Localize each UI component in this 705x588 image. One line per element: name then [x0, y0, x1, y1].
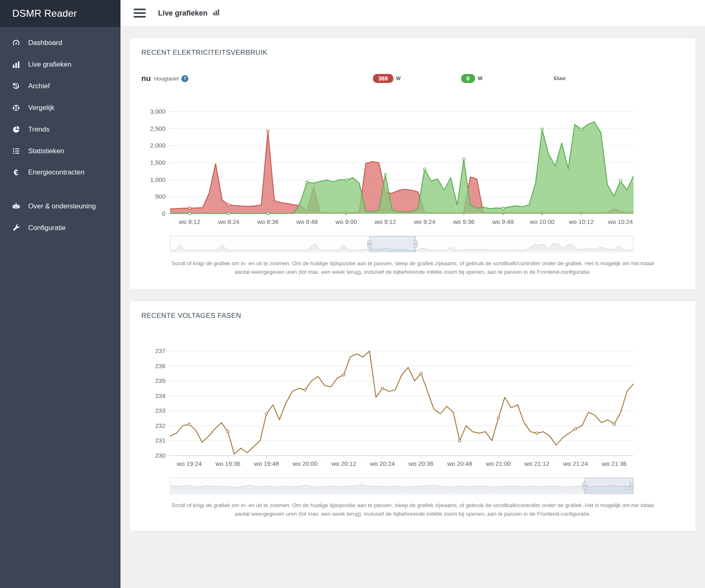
- sidebar-item-archief[interactable]: Archief: [0, 75, 120, 97]
- sidebar-item-live-grafieken[interactable]: Live grafieken: [0, 54, 120, 75]
- sidebar-item-label: Archief: [28, 82, 50, 90]
- scales-icon: [11, 103, 21, 112]
- chart-help-caption: Scroll of knijp de grafiek om in- en uit…: [169, 259, 657, 277]
- svg-text:wo 10:00: wo 10:00: [529, 218, 555, 225]
- svg-text:233: 233: [155, 407, 165, 414]
- svg-text:wo 9:36: wo 9:36: [453, 218, 475, 225]
- svg-text:wo 8:36: wo 8:36: [257, 218, 279, 225]
- svg-text:wo 8:12: wo 8:12: [178, 218, 201, 225]
- return-unit: W: [478, 76, 482, 81]
- gauge-icon: [11, 38, 21, 47]
- help-icon[interactable]: ?: [181, 75, 188, 82]
- cost-unit: €/uur: [554, 76, 566, 81]
- sidebar-item-dashboard[interactable]: Dashboard: [0, 32, 120, 54]
- sidebar-item-label: Energiecontracten: [28, 168, 85, 177]
- svg-text:wo 10:24: wo 10:24: [608, 218, 633, 225]
- sidebar-item-statistieken[interactable]: Statistieken: [0, 140, 120, 162]
- topbar: Live grafieken: [120, 0, 705, 26]
- svg-text:wo 20:00: wo 20:00: [292, 460, 318, 467]
- sidebar-item-label: Live grafieken: [28, 60, 71, 69]
- sidebar-item-label: Vergelijk: [28, 104, 54, 112]
- svg-text:wo 20:36: wo 20:36: [408, 460, 433, 467]
- list-icon: [11, 147, 21, 155]
- electricity-chart-area: 05001,0001,5002,0002,5003,000wo 8:12wo 8…: [141, 107, 684, 252]
- svg-text:wo 9:48: wo 9:48: [492, 218, 514, 225]
- svg-text:2,500: 2,500: [150, 125, 165, 132]
- app-title: DSMR Reader: [0, 0, 120, 27]
- menu-toggle-icon[interactable]: [133, 7, 147, 19]
- voltage-chart-area: 230231232233234235236237wo 19:24wo 19:36…: [141, 346, 684, 494]
- svg-text:wo 20:12: wo 20:12: [331, 460, 356, 467]
- sidebar-item-over-ondersteuning[interactable]: Over & ondersteuning: [0, 195, 120, 217]
- svg-text:3,000: 3,000: [150, 108, 165, 115]
- cost-unit-group: €/uur: [551, 76, 566, 81]
- card-recent-voltages: RECENTE VOLTAGES FASEN 23023123223323423…: [129, 301, 696, 531]
- electricity-chart-navigator[interactable]: [170, 236, 634, 252]
- svg-text:0: 0: [162, 210, 165, 217]
- wrench-icon: [11, 224, 21, 232]
- sidebar-item-label: Over & ondersteuning: [28, 202, 96, 210]
- sidebar: DSMR Reader Dashboard Live grafieken Arc…: [0, 0, 120, 588]
- svg-text:232: 232: [155, 422, 165, 429]
- sidebar-item-trends[interactable]: Trends: [0, 118, 120, 140]
- bar-chart-icon: [11, 60, 21, 69]
- card-title: RECENTE VOLTAGES FASEN: [141, 312, 684, 320]
- svg-text:wo 8:24: wo 8:24: [218, 218, 240, 225]
- svg-text:wo 10:12: wo 10:12: [569, 218, 594, 225]
- page-title: Live grafieken: [158, 8, 220, 18]
- svg-text:235: 235: [155, 377, 165, 384]
- bar-chart-icon: [212, 8, 220, 18]
- svg-text:wo 9:12: wo 9:12: [374, 218, 396, 225]
- svg-text:wo 21:00: wo 21:00: [486, 460, 511, 467]
- svg-text:wo 19:48: wo 19:48: [254, 460, 279, 467]
- svg-text:1,000: 1,000: [150, 176, 165, 183]
- return-badge: 0: [461, 74, 475, 83]
- electricity-chart[interactable]: 05001,0001,5002,0002,5003,000wo 8:12wo 8…: [141, 107, 638, 228]
- pie-chart-icon: [11, 125, 21, 134]
- sidebar-item-label: Dashboard: [28, 39, 62, 47]
- app-root: DSMR Reader Dashboard Live grafieken Arc…: [0, 0, 705, 588]
- sidebar-item-energiecontracten[interactable]: € Energiecontracten: [0, 162, 120, 183]
- svg-text:wo 19:24: wo 19:24: [176, 460, 202, 467]
- voltage-chart[interactable]: 230231232233234235236237wo 19:24wo 19:36…: [141, 346, 638, 470]
- svg-text:237: 237: [155, 347, 165, 354]
- svg-text:wo 21:24: wo 21:24: [563, 460, 588, 467]
- sidebar-item-vergelijk[interactable]: Vergelijk: [0, 97, 120, 118]
- svg-text:wo 8:48: wo 8:48: [296, 218, 318, 225]
- usage-unit: W: [396, 76, 401, 81]
- return-badge-group: 0 W: [461, 74, 482, 83]
- svg-text:2,000: 2,000: [150, 142, 165, 149]
- svg-text:236: 236: [155, 362, 165, 369]
- content: RECENT ELEKTRICITEITSVERBRUIK nu Hoogtar…: [120, 26, 705, 551]
- chart-help-caption: Scroll of knijp de grafiek om in- en uit…: [169, 501, 657, 519]
- svg-text:230: 230: [155, 452, 165, 459]
- history-icon: [11, 82, 21, 90]
- card-recent-electricity: RECENT ELEKTRICITEITSVERBRUIK nu Hoogtar…: [129, 38, 696, 289]
- usage-badge: 369: [373, 74, 393, 83]
- sidebar-item-label: Statistieken: [28, 147, 64, 155]
- sidebar-item-label: Configuratie: [28, 224, 66, 232]
- voltage-chart-navigator[interactable]: [170, 478, 634, 494]
- card-title: RECENT ELEKTRICITEITSVERBRUIK: [141, 49, 684, 57]
- svg-text:wo 19:36: wo 19:36: [215, 460, 240, 467]
- sidebar-nav: Dashboard Live grafieken Archief Vergeli…: [0, 27, 120, 239]
- svg-text:wo 20:24: wo 20:24: [370, 460, 395, 467]
- svg-text:wo 20:48: wo 20:48: [447, 460, 472, 467]
- sidebar-item-configuratie[interactable]: Configuratie: [0, 217, 120, 239]
- svg-text:231: 231: [155, 437, 165, 444]
- usage-badge-group: 369 W: [373, 74, 401, 83]
- tariff-label: Hoogtarief: [154, 76, 178, 82]
- euro-icon: €: [11, 168, 21, 177]
- svg-text:wo 21:36: wo 21:36: [601, 460, 627, 467]
- live-status-row: nu Hoogtarief ? 369 W 0 W €/uur: [141, 74, 684, 83]
- svg-text:500: 500: [155, 193, 165, 200]
- svg-text:wo 9:24: wo 9:24: [413, 218, 435, 225]
- sidebar-item-label: Trends: [28, 125, 49, 134]
- svg-text:234: 234: [155, 392, 165, 399]
- svg-text:wo 21:12: wo 21:12: [524, 460, 549, 467]
- svg-text:wo 9:00: wo 9:00: [335, 218, 357, 225]
- support-icon: [11, 202, 21, 210]
- page-title-text: Live grafieken: [158, 9, 207, 18]
- now-label: nu: [141, 74, 151, 83]
- main-area: Live grafieken RECENT ELEKTRICITEITSVERB…: [120, 0, 705, 588]
